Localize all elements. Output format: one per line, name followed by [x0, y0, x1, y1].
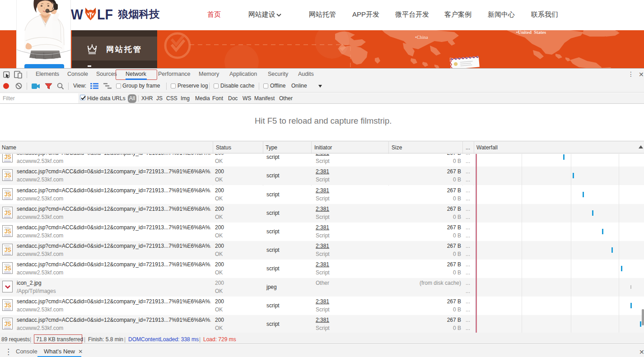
svg-text:•United States: •United States	[516, 30, 546, 35]
svg-text:•China: •China	[415, 35, 428, 40]
